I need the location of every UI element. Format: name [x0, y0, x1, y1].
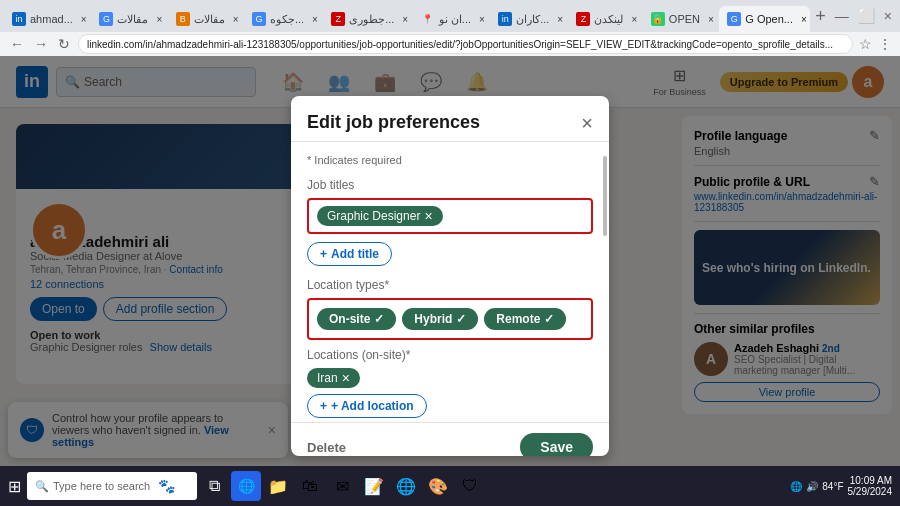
- modal-title: Edit job preferences: [307, 112, 480, 133]
- modal-header: Edit job preferences ×: [291, 96, 609, 142]
- tab-1[interactable]: in ahmad... ×: [4, 6, 90, 32]
- tab-close-4[interactable]: ×: [312, 14, 318, 25]
- windows-button[interactable]: ⊞: [4, 477, 25, 496]
- tab-9[interactable]: 🔓 OPEN ×: [643, 6, 718, 32]
- location-types-box: On-site ✓ Hybrid ✓ Remote ✓: [307, 298, 593, 340]
- plus-icon: +: [320, 247, 327, 261]
- system-tray: 🌐 🔊 84°F: [790, 481, 843, 492]
- plus-icon-2: +: [320, 399, 327, 413]
- close-window-button[interactable]: ×: [880, 8, 896, 24]
- tab-close-5[interactable]: ×: [402, 14, 408, 25]
- tab-4[interactable]: G جکوه... ×: [244, 6, 322, 32]
- tab-close-1[interactable]: ×: [81, 14, 87, 25]
- battery-tray-icon: 84°F: [822, 481, 843, 492]
- job-title-tag-graphic-designer: Graphic Designer ×: [317, 206, 443, 226]
- check-icon-3: ✓: [544, 312, 554, 326]
- task-view-button[interactable]: ⧉: [199, 471, 229, 501]
- cortana-icon: 🐾: [158, 478, 175, 494]
- taskbar-search-text: Type here to search: [53, 480, 150, 492]
- add-title-button[interactable]: + Add title: [307, 242, 392, 266]
- tab-favicon-8: Z: [576, 12, 590, 26]
- word-icon[interactable]: 📝: [359, 471, 389, 501]
- tab-favicon-5: Z: [331, 12, 345, 26]
- app-icon: 🛡: [462, 477, 478, 495]
- tab-close-8[interactable]: ×: [631, 14, 637, 25]
- url-bar[interactable]: linkedin.com/in/ahmadzadehmiri-ali-12318…: [78, 34, 853, 54]
- network-tray-icon: 🌐: [790, 481, 802, 492]
- store-bag-icon: 🛍: [302, 477, 318, 495]
- modal-footer: Delete Save: [291, 422, 609, 456]
- tab-close-9[interactable]: ×: [708, 14, 714, 25]
- tab-favicon-7: in: [498, 12, 512, 26]
- clock[interactable]: 10:09 AM 5/29/2024: [848, 475, 893, 497]
- modal-overlay: Edit job preferences × * Indicates requi…: [0, 56, 900, 506]
- check-icon-2: ✓: [456, 312, 466, 326]
- location-types-section: Location types* On-site ✓ Hybrid ✓ Remot…: [307, 278, 593, 340]
- chrome-browser-icon: 🌐: [396, 477, 416, 496]
- job-titles-field: Graphic Designer ×: [307, 198, 593, 234]
- taskbar-search[interactable]: 🔍 Type here to search 🐾: [27, 472, 197, 500]
- windows-icon: ⊞: [8, 478, 21, 495]
- tab-close-3[interactable]: ×: [233, 14, 239, 25]
- tab-favicon-6: 📍: [421, 12, 435, 26]
- location-type-remote[interactable]: Remote ✓: [484, 308, 566, 330]
- save-button[interactable]: Save: [520, 433, 593, 456]
- locations-onsite-tags: Iran ×: [307, 368, 593, 388]
- settings-icon[interactable]: ⋮: [878, 36, 892, 52]
- scroll-track: [603, 156, 607, 406]
- required-note: * Indicates required: [307, 154, 593, 166]
- tab-3[interactable]: B مقالات ×: [168, 6, 243, 32]
- edge-icon[interactable]: 🌐: [231, 471, 261, 501]
- folder-icon: 📁: [268, 477, 288, 496]
- scroll-thumb: [603, 156, 607, 236]
- tab-favicon-3: B: [176, 12, 190, 26]
- add-location-button[interactable]: + + Add location: [307, 394, 427, 418]
- modal-body: * Indicates required Job titles Graphic …: [291, 142, 609, 422]
- forward-button[interactable]: →: [32, 36, 50, 52]
- locations-onsite-label: Locations (on-site)*: [307, 348, 593, 362]
- tab-favicon-9: 🔓: [651, 12, 665, 26]
- bookmark-icon[interactable]: ☆: [859, 36, 872, 52]
- taskbar: ⊞ 🔍 Type here to search 🐾 ⧉ 🌐 📁 🛍 ✉ 📝 🌐 …: [0, 466, 900, 506]
- location-type-onsite[interactable]: On-site ✓: [317, 308, 396, 330]
- location-tag-iran: Iran ×: [307, 368, 360, 388]
- taskbar-app-icon[interactable]: 🛡: [455, 471, 485, 501]
- taskbar-right: 🌐 🔊 84°F 10:09 AM 5/29/2024: [790, 475, 896, 497]
- tab-10[interactable]: G G Open... ×: [719, 6, 810, 32]
- location-types-label: Location types*: [307, 278, 593, 292]
- delete-button[interactable]: Delete: [307, 440, 346, 455]
- mail-icon[interactable]: ✉: [327, 471, 357, 501]
- new-tab-button[interactable]: +: [811, 6, 830, 27]
- tab-close-7[interactable]: ×: [557, 14, 563, 25]
- remove-job-title-button[interactable]: ×: [424, 209, 432, 223]
- tab-favicon-1: in: [12, 12, 26, 26]
- tab-6[interactable]: 📍 ان نو... ×: [413, 6, 489, 32]
- file-explorer-icon[interactable]: 📁: [263, 471, 293, 501]
- edge-browser-icon: 🌐: [238, 478, 255, 494]
- remove-location-button[interactable]: ×: [342, 371, 350, 385]
- tab-close-2[interactable]: ×: [156, 14, 162, 25]
- tab-close-10[interactable]: ×: [801, 14, 807, 25]
- back-button[interactable]: ←: [8, 36, 26, 52]
- location-type-hybrid[interactable]: Hybrid ✓: [402, 308, 478, 330]
- chrome-icon[interactable]: 🌐: [391, 471, 421, 501]
- mail-envelope-icon: ✉: [336, 477, 349, 496]
- tab-5[interactable]: Z جطوری... ×: [323, 6, 412, 32]
- reload-button[interactable]: ↻: [56, 36, 72, 52]
- tab-8[interactable]: Z لینکدن ×: [568, 6, 641, 32]
- browser-chrome: in ahmad... × G مقالات × B مقالات × G جک…: [0, 0, 900, 56]
- photos-icon[interactable]: 🎨: [423, 471, 453, 501]
- tab-close-6[interactable]: ×: [479, 14, 485, 25]
- job-titles-label: Job titles: [307, 178, 593, 192]
- maximize-button[interactable]: ⬜: [854, 8, 879, 24]
- tab-favicon-4: G: [252, 12, 266, 26]
- tab-favicon-10: G: [727, 12, 741, 26]
- minimize-button[interactable]: —: [831, 8, 853, 24]
- modal-close-button[interactable]: ×: [581, 113, 593, 133]
- store-icon[interactable]: 🛍: [295, 471, 325, 501]
- taskbar-search-icon: 🔍: [35, 480, 49, 493]
- tab-2[interactable]: G مقالات ×: [91, 6, 166, 32]
- tab-7[interactable]: in کاران... ×: [490, 6, 567, 32]
- locations-onsite-section: Locations (on-site)* Iran × + + Add loca…: [307, 348, 593, 418]
- edit-job-preferences-modal: Edit job preferences × * Indicates requi…: [291, 96, 609, 456]
